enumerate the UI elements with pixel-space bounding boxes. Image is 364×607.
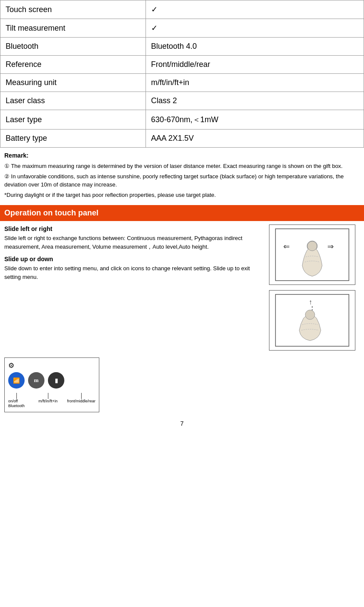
table-row: Measuring unitm/ft/in/ft+in: [0, 74, 364, 92]
table-cell-label: Battery type: [0, 130, 146, 148]
remark-point2: ② In unfavorable conditions, such as int…: [4, 172, 360, 189]
table-cell-label: Bluetooth: [0, 38, 146, 56]
table-row: BluetoothBluetooth 4.0: [0, 38, 364, 56]
table-cell-label: Touch screen: [0, 0, 146, 19]
svg-point-4: [307, 241, 317, 251]
table-cell-value: AAA 2X1.5V: [146, 130, 364, 148]
reference-btn: ▮: [48, 372, 64, 389]
svg-text:⇒: ⇒: [327, 242, 334, 251]
unit-label: m/ft/in/ft+in: [38, 393, 57, 408]
gear-icon: ⚙: [8, 361, 14, 370]
table-row: Tilt measurement✓: [0, 19, 364, 38]
slide-lr-text: Slide left or right to exchange function…: [4, 234, 260, 251]
slide-ud-text: Slide down to enter into setting menu, a…: [4, 264, 260, 281]
table-row: Laser classClass 2: [0, 92, 364, 110]
table-cell-label: Laser class: [0, 92, 146, 110]
bottom-area: ⚙ 📶 m ▮ on/off Bluetooth m/ft/in/ft+in f…: [0, 354, 364, 416]
setting-diagram: ⚙ 📶 m ▮ on/off Bluetooth m/ft/in/ft+in f…: [4, 357, 99, 412]
remark-point1: ① The maximum measuring range is determi…: [4, 162, 360, 171]
slide-ud-svg: ↑ ↓: [271, 292, 353, 348]
spec-table: Touch screen✓Tilt measurement✓BluetoothB…: [0, 0, 364, 148]
page-number: 7: [0, 416, 364, 431]
remark-title: Remark:: [4, 151, 360, 160]
reference-label: front/middle/rear: [67, 393, 95, 408]
table-row: Battery typeAAA 2X1.5V: [0, 130, 364, 148]
table-cell-label: Laser type: [0, 110, 146, 130]
table-cell-value: ✓: [146, 0, 364, 19]
slide-lr-svg: ⇐ ⇒: [271, 227, 353, 283]
svg-text:↑: ↑: [309, 298, 312, 306]
table-row: ReferenceFront/middle/rear: [0, 56, 364, 74]
table-cell-label: Tilt measurement: [0, 19, 146, 38]
operation-banner: Operation on touch panel: [0, 205, 364, 221]
table-cell-value: 630-670nm,＜1mW: [146, 110, 364, 130]
operation-text: Slide left or right Slide left or right …: [4, 224, 260, 351]
bluetooth-label: on/off Bluetooth: [8, 393, 25, 408]
svg-text:⇐: ⇐: [283, 242, 290, 251]
table-cell-value: m/ft/in/ft+in: [146, 74, 364, 92]
btn-row: 📶 m ▮: [8, 372, 95, 389]
remark-point3: *During daylight or if the target has po…: [4, 191, 360, 199]
slide-ud-heading: Slide up or down: [4, 256, 53, 262]
operation-section: Slide left or right Slide left or right …: [0, 221, 364, 354]
unit-btn: m: [28, 372, 44, 389]
table-cell-value: Front/middle/rear: [146, 56, 364, 74]
remark-section: Remark: ① The maximum measuring range is…: [0, 148, 364, 203]
table-row: Touch screen✓: [0, 0, 364, 19]
table-cell-label: Reference: [0, 56, 146, 74]
table-cell-label: Measuring unit: [0, 74, 146, 92]
table-cell-value: Class 2: [146, 92, 364, 110]
slide-ud-diagram: ↑ ↓: [269, 290, 355, 351]
svg-point-9: [305, 310, 315, 319]
table-cell-value: ✓: [146, 19, 364, 38]
diagrams-right: ⇐ ⇒ ↑: [265, 224, 360, 351]
slide-lr-heading: Slide left or right: [4, 225, 52, 232]
table-row: Laser type630-670nm,＜1mW: [0, 110, 364, 130]
bluetooth-btn: 📶: [8, 372, 25, 389]
slide-lr-diagram: ⇐ ⇒: [269, 224, 355, 285]
table-cell-value: Bluetooth 4.0: [146, 38, 364, 56]
